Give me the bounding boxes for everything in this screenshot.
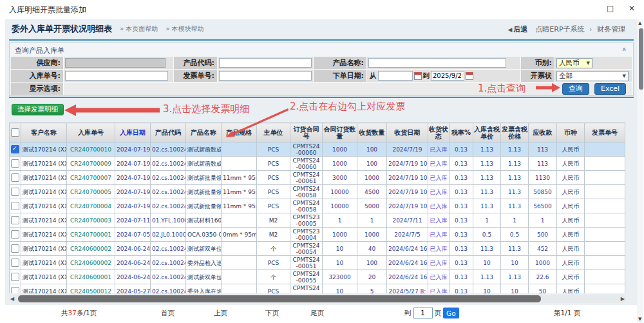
cell-invoice-tax-price: 11.3 xyxy=(501,199,529,213)
row-checkbox[interactable] xyxy=(11,273,19,281)
row-checkbox[interactable] xyxy=(11,159,19,168)
cell-inbound-date: 2024-07-19 xyxy=(115,199,151,213)
breadcrumb-system[interactable]: 点晴ERP子系统 xyxy=(535,25,584,34)
cell-invoice-no xyxy=(585,284,625,294)
cell-inbound-no: CR240700001 xyxy=(67,228,115,242)
scroll-up-icon[interactable]: ▲ xyxy=(638,21,641,26)
back-link[interactable]: ◀后退 xyxy=(507,24,527,34)
column-header-contract-no[interactable]: 订货合同号 xyxy=(290,123,323,142)
column-header-currency[interactable]: 币种 xyxy=(557,123,585,142)
vertical-scrollbar[interactable]: ▲ ▼ xyxy=(638,19,643,323)
report-title: 委外入库单开票状况明细表 xyxy=(12,23,112,35)
column-header-invoice-tax-price[interactable]: 发票含税价格 xyxy=(501,123,529,142)
row-checkbox[interactable] xyxy=(11,259,19,267)
column-header-contract-qty[interactable]: 合同订货数量 xyxy=(323,123,357,142)
column-header-receivable[interactable]: 应收款 xyxy=(529,123,557,142)
column-header-receive-date[interactable]: 收货日期 xyxy=(387,123,428,142)
column-header-received-qty[interactable]: 收货数量 xyxy=(357,123,387,142)
invoice-no-input[interactable] xyxy=(219,71,312,81)
close-icon[interactable]: ✕ xyxy=(629,4,635,13)
row-checkbox[interactable] xyxy=(11,216,19,224)
first-page-link[interactable]: 首页 xyxy=(161,309,175,318)
cell-invoice-no xyxy=(585,171,625,185)
query-panel: 查询产品入库单 « 供应商: 产品代码: 产品名称: 币别: 人民币▼ 入库单号… xyxy=(9,43,634,96)
supplier-input[interactable] xyxy=(65,58,166,68)
scroll-left-icon[interactable]: ◀ xyxy=(10,296,14,302)
collapse-icon[interactable]: « xyxy=(620,47,629,52)
calendar-icon[interactable] xyxy=(414,72,422,80)
cell-product-code: 02.cs.100241 xyxy=(151,142,186,157)
cell-contract-no: CPMTS24-00060 xyxy=(290,142,323,157)
next-page-link[interactable]: 下页 xyxy=(265,309,279,318)
column-header-product-name[interactable]: 产品名称 xyxy=(186,123,222,142)
row-checkbox[interactable] xyxy=(11,287,19,293)
cell-currency: 人民币 xyxy=(557,228,585,242)
cell-product-spec: 11mm * 95m xyxy=(222,199,257,213)
column-header-product-code[interactable]: 产品代码 xyxy=(151,123,186,142)
cell-receive-date: 2024/7/19 10 xyxy=(387,199,428,213)
currency-select[interactable]: 人民币▼ xyxy=(556,58,592,68)
cell-invoice-no xyxy=(585,157,625,171)
row-checkbox[interactable] xyxy=(11,188,19,196)
search-button[interactable]: 查询 xyxy=(562,83,589,95)
supplier-cell xyxy=(64,57,173,69)
column-header-product-spec[interactable]: 产品规格 xyxy=(222,123,257,142)
row-checkbox[interactable] xyxy=(11,202,19,210)
page-number-input[interactable] xyxy=(413,308,433,318)
scroll-down-icon[interactable]: ▼ xyxy=(638,317,641,322)
scroll-right-icon[interactable]: ▶ xyxy=(621,296,625,302)
cell-unit: PCS xyxy=(257,256,290,270)
page-help-link[interactable]: » 本页面帮助 xyxy=(120,24,158,34)
cell-inbound-date: 2024-06-24 xyxy=(115,242,151,256)
prev-page-link[interactable]: 上页 xyxy=(214,309,227,318)
column-header-receive-status[interactable]: 收货状态 xyxy=(428,123,450,142)
module-help-link[interactable]: » 本模块帮助 xyxy=(166,24,204,34)
row-checkbox[interactable] xyxy=(11,173,19,182)
cell-tax-rate: 0.13 xyxy=(450,142,473,157)
select-all-checkbox[interactable] xyxy=(11,128,19,137)
column-header-inbound-no[interactable]: 入库单号 xyxy=(67,123,115,142)
cell-invoice-tax-price: 1 xyxy=(501,213,529,228)
date-to-input[interactable] xyxy=(431,71,464,81)
column-header-customer-name[interactable]: 客户名称 xyxy=(21,123,67,142)
query-section-title: 查询产品入库单 xyxy=(15,46,64,55)
column-header-inbound-tax-price[interactable]: 入库含税单价 xyxy=(473,123,501,142)
column-header-tax-rate[interactable]: 税率% xyxy=(450,123,473,142)
horizontal-scrollbar-thumb[interactable] xyxy=(18,295,541,302)
cell-contract-no: CPMTS24-00055 xyxy=(290,270,323,284)
product-name-input[interactable] xyxy=(368,58,506,68)
data-table-wrap: 客户名称入库单号入库日期产品代码产品名称产品规格主单位订货合同号合同订货数量收货… xyxy=(9,122,626,293)
cell-receivable: 113 xyxy=(529,157,557,171)
date-from-input[interactable] xyxy=(378,71,413,81)
cell-product-spec xyxy=(222,256,257,270)
inbound-no-input[interactable] xyxy=(65,71,168,81)
product-code-input[interactable] xyxy=(219,58,312,68)
horizontal-scrollbar[interactable]: ◀ ▶ xyxy=(9,295,626,303)
cell-product-spec xyxy=(222,270,257,284)
maximize-icon[interactable]: □ xyxy=(607,4,614,13)
row-checkbox[interactable] xyxy=(11,145,19,153)
cell-tax-rate: 0.13 xyxy=(450,157,473,171)
cell-inbound-tax-price: 11.3 xyxy=(473,199,501,213)
vertical-scrollbar-thumb[interactable] xyxy=(639,28,643,90)
excel-button[interactable]: Excel xyxy=(594,83,626,95)
column-header-invoice-no[interactable]: 发票单号 xyxy=(585,123,625,142)
cell-receive-status: 已入库 xyxy=(428,228,450,242)
cell-received-qty: 1000 xyxy=(357,171,387,185)
invoice-status-select[interactable]: 全部▼ xyxy=(556,71,629,81)
breadcrumb-module[interactable]: 财务管理 xyxy=(597,25,625,34)
select-all-header[interactable] xyxy=(10,123,21,142)
row-checkbox[interactable] xyxy=(11,230,19,239)
cell-invoice-tax-price: 10 xyxy=(501,284,529,294)
select-invoice-detail-button[interactable]: 选择发票明细 xyxy=(12,104,64,115)
row-checkbox[interactable] xyxy=(11,244,19,253)
row-checkbox-cell xyxy=(10,228,21,242)
cell-tax-rate: 0.13 xyxy=(450,284,473,294)
calendar-icon[interactable] xyxy=(466,72,473,80)
column-header-unit[interactable]: 主单位 xyxy=(257,123,290,142)
column-header-inbound-date[interactable]: 入库日期 xyxy=(115,123,151,142)
go-button[interactable]: Go xyxy=(443,308,459,318)
table-header-row: 客户名称入库单号入库日期产品代码产品名称产品规格主单位订货合同号合同订货数量收货… xyxy=(10,123,625,142)
cell-contract-no: CPMTS24-00060 xyxy=(290,157,323,171)
last-page-link[interactable]: 尾页 xyxy=(310,309,324,318)
